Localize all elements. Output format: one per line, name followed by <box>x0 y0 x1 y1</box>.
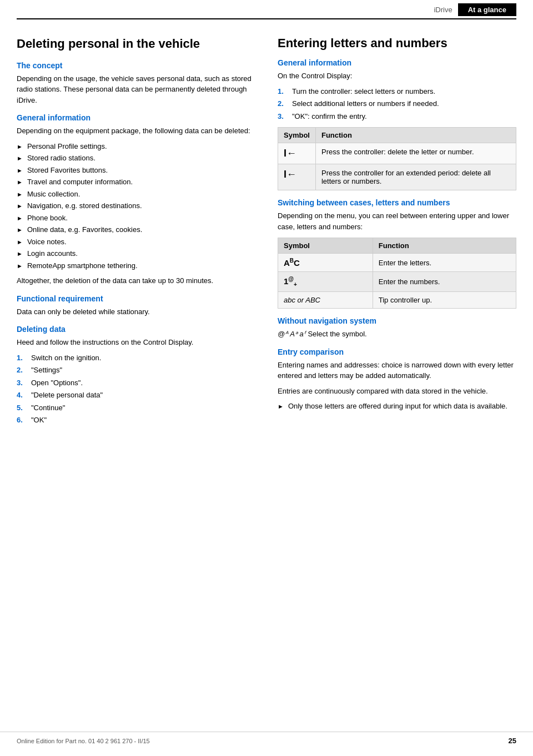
switch-col2-header: Function <box>373 238 516 254</box>
right-steps-list: 1.Turn the controller: select letters or… <box>278 86 516 122</box>
bullet-arrow-icon: ► <box>17 201 23 211</box>
page-header: iDrive At a glance <box>17 0 516 19</box>
functional-req-heading: Functional requirement <box>17 294 255 303</box>
step-number: 1. <box>17 352 27 364</box>
left-main-title: Deleting personal in the vehicle <box>17 36 255 52</box>
list-item: ►RemoteApp smartphone tethering. <box>17 260 255 271</box>
step-number: 6. <box>17 415 27 426</box>
entry-comparison-text1: Entering names and addresses: choice is … <box>278 360 516 381</box>
bullet-arrow-icon: ► <box>278 402 284 411</box>
list-item: ►Stored Favorites buttons. <box>17 165 255 176</box>
step-number: 2. <box>278 98 288 109</box>
right-general-info-text: On the Control Display: <box>278 70 516 82</box>
symbol-cell: 1@+ <box>278 272 373 292</box>
concept-heading: The concept <box>17 61 255 70</box>
step-number: 5. <box>17 402 27 414</box>
function-col-header: Function <box>315 128 516 143</box>
list-item: 1.Turn the controller: select letters or… <box>278 86 516 97</box>
function-cell: Press the controller: delete the letter … <box>315 143 516 164</box>
bullet-arrow-icon: ► <box>17 166 23 175</box>
switching-heading: Switching between cases, letters and num… <box>278 198 516 207</box>
step-number: 3. <box>17 377 27 389</box>
bullet-arrow-icon: ► <box>17 249 23 259</box>
deleting-data-text: Heed and follow the instructions on the … <box>17 337 255 348</box>
without-nav-text: Select the symbol. <box>308 330 366 338</box>
deleting-steps-list: 1.Switch on the ignition.2."Settings"3.O… <box>17 352 255 426</box>
right-main-title: Entering letters and numbers <box>278 36 516 51</box>
bullet-arrow-icon: ► <box>17 261 23 271</box>
symbol-cell: I← <box>278 143 316 164</box>
bullet-arrow-icon: ► <box>17 225 23 235</box>
table-row: ABCEnter the letters. <box>278 254 516 272</box>
table-row: I←Press the controller for an extended p… <box>278 164 516 190</box>
function-cell: Tip controller up. <box>373 292 516 309</box>
switching-text: Depending on the menu, you can reel betw… <box>278 210 516 232</box>
list-item: ►Voice notes. <box>17 236 255 248</box>
list-item: ►Music collection. <box>17 189 255 200</box>
symbol-cell: ABC <box>278 254 373 272</box>
list-item: ►Travel and computer information. <box>17 177 255 188</box>
list-item: 2."Settings" <box>17 365 255 376</box>
right-column: Entering letters and numbers General inf… <box>278 36 516 429</box>
right-general-info-heading: General information <box>278 58 516 67</box>
without-nav-heading: Without navigation system <box>278 316 516 325</box>
left-column: Deleting personal in the vehicle The con… <box>17 36 255 429</box>
bullet-arrow-icon: ► <box>17 190 23 199</box>
content-wrapper: Deleting personal in the vehicle The con… <box>0 19 533 462</box>
bullet-arrow-icon: ► <box>17 214 23 223</box>
step-number: 1. <box>278 86 288 97</box>
list-item: ►Login accounts. <box>17 248 255 259</box>
step-number: 4. <box>17 390 27 401</box>
header-idrive-label: iDrive <box>434 6 457 14</box>
header-tab-label: At a glance <box>458 3 516 16</box>
list-item: 3."OK": confirm the entry. <box>278 111 516 122</box>
table-row: 1@+Enter the numbers. <box>278 272 516 292</box>
list-item: ►Personal Profile settings. <box>17 141 255 152</box>
list-item: 3.Open "Options". <box>17 377 255 389</box>
symbol-table: Symbol Function I←Press the controller: … <box>278 127 516 190</box>
list-item: ►Only those letters are offered during i… <box>278 401 516 412</box>
entry-comparison-heading: Entry comparison <box>278 347 516 356</box>
bullet-arrow-icon: ► <box>17 238 23 247</box>
function-cell: Press the controller for an extended per… <box>315 164 516 190</box>
symbol-cell: abc or ABC <box>278 292 373 309</box>
list-item: 5."Continue" <box>17 402 255 414</box>
list-item: 2.Select additional letters or numbers i… <box>278 98 516 109</box>
list-item: ►Navigation, e.g. stored destinations. <box>17 200 255 211</box>
entry-comparison-bullet-list: ►Only those letters are offered during i… <box>278 401 516 412</box>
page-footer: Online Edition for Part no. 01 40 2 961 … <box>0 732 533 745</box>
step-number: 3. <box>278 111 288 122</box>
step-number: 2. <box>17 365 27 376</box>
symbol-cell: I← <box>278 164 316 190</box>
table-row: I←Press the controller: delete the lette… <box>278 143 516 164</box>
table-row: abc or ABCTip controller up. <box>278 292 516 309</box>
bullet-arrow-icon: ► <box>17 154 23 163</box>
concept-text: Depending on the usage, the vehicle save… <box>17 73 255 106</box>
entry-comparison-text2: Entries are continuously compared with d… <box>278 386 516 397</box>
bullet-arrow-icon: ► <box>17 142 23 152</box>
symbol-col-header: Symbol <box>278 128 316 143</box>
without-nav-symbols: @ᴬ Aᵃ aᶠ <box>278 330 308 338</box>
deleting-data-heading: Deleting data <box>17 325 255 334</box>
function-cell: Enter the letters. <box>373 254 516 272</box>
general-info-footer: Altogether, the deletion of the data can… <box>17 275 255 286</box>
switch-col1-header: Symbol <box>278 238 373 254</box>
bullet-arrow-icon: ► <box>17 178 23 187</box>
function-cell: Enter the numbers. <box>373 272 516 292</box>
list-item: 4."Delete personal data" <box>17 390 255 401</box>
general-info-heading-left: General information <box>17 113 255 122</box>
list-item: 6."OK" <box>17 415 255 426</box>
list-item: ►Online data, e.g. Favorites, cookies. <box>17 224 255 235</box>
switch-table: Symbol Function ABCEnter the letters.1@+… <box>278 238 516 309</box>
without-nav-section: @ᴬ Aᵃ aᶠ Select the symbol. <box>278 329 516 340</box>
functional-req-text: Data can only be deleted while stationar… <box>17 306 255 317</box>
list-item: ►Phone book. <box>17 213 255 224</box>
general-info-text-left: Depending on the equipment package, the … <box>17 125 255 137</box>
list-item: ►Stored radio stations. <box>17 153 255 164</box>
list-item: 1.Switch on the ignition. <box>17 352 255 364</box>
footer-text: Online Edition for Part no. 01 40 2 961 … <box>17 738 150 744</box>
footer-page: 25 <box>509 737 516 745</box>
bullet-list: ►Personal Profile settings.►Stored radio… <box>17 141 255 271</box>
